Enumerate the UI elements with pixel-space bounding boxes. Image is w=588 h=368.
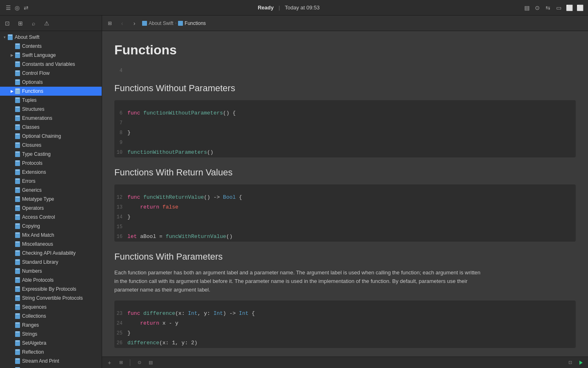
sidebar-item-access-control[interactable]: ▶ Access Control	[0, 213, 102, 222]
sidebar-item-ranges[interactable]: ▶ Ranges	[0, 321, 102, 330]
sidebar-label-type-casting: Type Casting	[22, 151, 51, 157]
breadcrumb-current-item[interactable]: Functions	[178, 20, 206, 26]
sidebar-item-numbers[interactable]: ▶ Numbers	[0, 267, 102, 276]
history-button[interactable]: ⊙	[135, 359, 143, 367]
forward-button[interactable]: ›	[130, 19, 139, 28]
thumbnail-toggle[interactable]: ⊡	[566, 359, 574, 367]
sidebar-item-optional-chaining[interactable]: ▶ Optional Chaining	[0, 132, 102, 141]
sidebar-item-type-casting[interactable]: ▶ Type Casting	[0, 150, 102, 159]
code-line-12: 12 func funcWithReturnValue() -> Bool {	[114, 193, 576, 202]
sidebar-item-protocols[interactable]: ▶ Protocols	[0, 159, 102, 168]
doc-icon-stream-print	[15, 358, 20, 364]
code-line-13: 13 return false false	[114, 202, 576, 212]
breadcrumb-parent-label: About Swift	[149, 20, 174, 26]
add-button[interactable]: +	[105, 359, 114, 367]
folder-icon[interactable]: ⊡	[3, 19, 11, 27]
sidebar-item-strings[interactable]: ▶ Strings	[0, 330, 102, 339]
bottom-divider	[130, 359, 130, 366]
titlebar-divider: |	[278, 4, 280, 11]
code-block-without-params: 6 func functionWithoutParameters() { 7 8…	[114, 100, 576, 157]
doc-icon-access-control	[15, 214, 20, 220]
single-pane-icon[interactable]: ▭	[555, 4, 562, 11]
sidebar-item-miscellaneous[interactable]: ▶ Miscellaneous	[0, 240, 102, 249]
doc-icon-tuples	[15, 97, 20, 103]
sidebar-item-reflection[interactable]: ▶ Reflection	[0, 348, 102, 357]
sidebar-label-numbers: Numbers	[22, 268, 42, 274]
sidebar-item-stream-print[interactable]: ▶ Stream And Print	[0, 357, 102, 366]
doc-icon-control-flow	[15, 70, 20, 76]
sidebar-item-memory[interactable]: ▶ Memory	[0, 366, 102, 368]
sidebar-label-sequences: Sequences	[22, 304, 47, 310]
sidebar-item-about-swift[interactable]: ▾ About Swift	[0, 33, 102, 42]
console-button[interactable]: ▤	[147, 359, 155, 367]
code-line-blank1	[114, 100, 576, 108]
sidebar-item-closures[interactable]: ▶ Closures	[0, 141, 102, 150]
list-view-icon[interactable]: ▤	[523, 4, 530, 11]
code-line-23: 23 func difference(x: Int, y: Int) -> In…	[114, 309, 576, 319]
document-content[interactable]: Functions 4 Functions Without Parameters…	[102, 31, 588, 357]
sidebar-item-string-convertible[interactable]: ▶ String Convertible Protocols	[0, 294, 102, 303]
doc-icon-sequences	[15, 304, 20, 310]
doc-icon-errors	[15, 178, 20, 184]
sidebar-item-operators[interactable]: ▶ Operators	[0, 204, 102, 213]
sidebar-item-sequences[interactable]: ▶ Sequences	[0, 303, 102, 312]
titlebar-time: Today at 09:53	[285, 4, 320, 11]
sidebar-label-structures: Structures	[22, 106, 45, 112]
full-screen-icon[interactable]: ⬜	[577, 4, 583, 11]
breadcrumb-separator: ›	[175, 21, 176, 25]
sidebar-item-contents[interactable]: ▶ Contents	[0, 42, 102, 51]
sidebar-item-classes[interactable]: ▶ Classes	[0, 123, 102, 132]
doc-icon-operators	[15, 205, 20, 211]
sidebar-label-setalgebra: SetAlgebra	[22, 340, 46, 346]
sidebar-label-miscellaneous: Miscellaneous	[22, 241, 53, 247]
sidebar-item-mix-and-match[interactable]: ▶ Mix And Match	[0, 231, 102, 240]
sidebar-item-able-protocols[interactable]: ▶ Able Protocols	[0, 276, 102, 285]
sidebar-item-structures[interactable]: ▶ Structures	[0, 105, 102, 114]
sidebar-item-errors[interactable]: ▶ Errors	[0, 177, 102, 186]
nav-arrows-icon[interactable]: ⇆	[545, 4, 551, 11]
warning-icon[interactable]: ⚠	[42, 19, 51, 27]
sidebar-item-tuples[interactable]: ▶ Tuples	[0, 96, 102, 105]
library-button[interactable]: ⊞	[117, 359, 125, 367]
sidebar-item-functions[interactable]: ▶ Functions	[0, 87, 102, 96]
sidebar-item-optionals[interactable]: ▶ Optionals	[0, 78, 102, 87]
sidebar-item-standard-library[interactable]: ▶ Standard Library	[0, 258, 102, 267]
arrows-icon[interactable]: ⇄	[23, 4, 29, 11]
inspector-icon[interactable]: ⊙	[534, 4, 541, 11]
split-pane-icon[interactable]: ⬜	[566, 4, 572, 11]
sidebar-item-extensions[interactable]: ▶ Extensions	[0, 168, 102, 177]
play-button[interactable]	[577, 359, 585, 366]
sidebar-item-metatype[interactable]: ▶ Metatype Type	[0, 195, 102, 204]
code-line-14: 14 }	[114, 212, 576, 222]
sidebar-toolbar: ⊡ ⊞ ⌕ ⚠	[0, 16, 102, 31]
grid-view-toggle[interactable]: ⊞	[105, 19, 114, 28]
back-button[interactable]: ‹	[118, 19, 127, 28]
breadcrumb-parent[interactable]: About Swift	[142, 20, 174, 26]
code-line-10: 10 functionWithoutParameters()	[114, 148, 576, 157]
grid-view-icon[interactable]: ⊞	[16, 19, 24, 27]
sidebar-label-access-control: Access Control	[22, 214, 55, 220]
circle-icon[interactable]: ◎	[14, 4, 20, 11]
sidebar-item-generics[interactable]: ▶ Generics	[0, 186, 102, 195]
doc-icon-generics	[15, 187, 20, 193]
doc-icon-checking-api	[15, 250, 20, 256]
sidebar-item-constants[interactable]: ▶ Constants and Variables	[0, 60, 102, 69]
sidebar-item-swift-language[interactable]: ▶ Swift Language	[0, 51, 102, 60]
sidebar-item-collections[interactable]: ▶ Collections	[0, 312, 102, 321]
status-label: Ready	[258, 4, 274, 11]
section-title-without-params: Functions Without Parameters	[114, 83, 576, 94]
sidebar-item-copying[interactable]: ▶ Copying	[0, 222, 102, 231]
search-icon[interactable]: ⌕	[29, 19, 38, 27]
sidebar-item-setalgebra[interactable]: ▶ SetAlgebra	[0, 339, 102, 348]
sidebar-label-ranges: Ranges	[22, 322, 39, 328]
sidebar-item-control-flow[interactable]: ▶ Control Flow	[0, 69, 102, 78]
sidebar-item-enumerations[interactable]: ▶ Enumerations	[0, 114, 102, 123]
sidebar-label-optionals: Optionals	[22, 79, 43, 85]
lines-icon[interactable]: ☰	[5, 4, 11, 11]
section-title-return-values: Functions With Return Values	[114, 167, 576, 178]
sidebar-item-checking-api[interactable]: ▶ Checking API Availability	[0, 249, 102, 258]
sidebar-label-strings: Strings	[22, 331, 37, 337]
sidebar-item-expressible[interactable]: ▶ Expressible By Protocols	[0, 285, 102, 294]
doc-icon-collections	[15, 313, 20, 319]
sidebar-label-errors: Errors	[22, 178, 36, 184]
